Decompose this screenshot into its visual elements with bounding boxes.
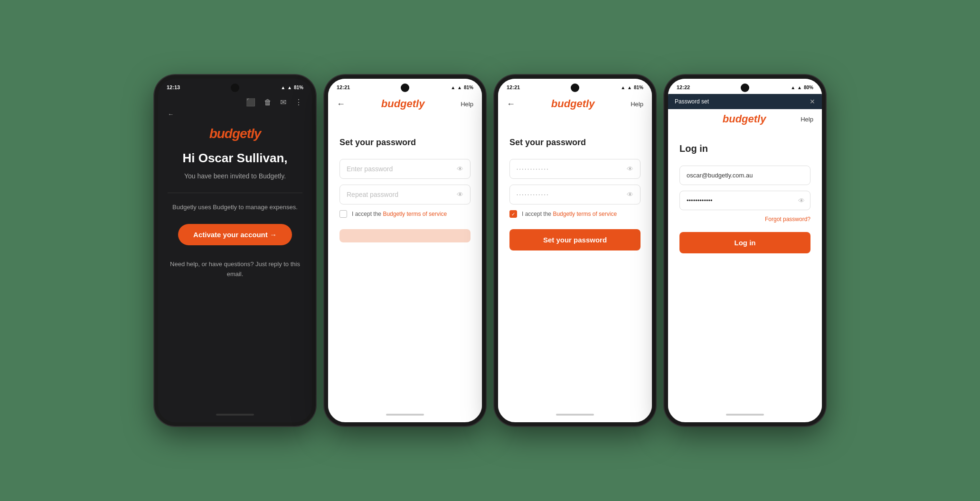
form-title-3: Set your password	[509, 138, 641, 148]
help-link-2[interactable]: Help	[461, 101, 473, 108]
save-icon[interactable]: ⬛	[246, 98, 255, 107]
status-icons-1: ▲ ▲ 81%	[281, 85, 303, 90]
signal-icon-3: ▲	[627, 85, 632, 90]
time-1: 12:13	[167, 84, 180, 90]
signal-icon-4: ▲	[797, 85, 802, 90]
help-text: Need help, or have questions? Just reply…	[168, 260, 302, 279]
eye-icon-2b[interactable]: 👁	[457, 191, 463, 198]
terms-link-3[interactable]: Budgetly terms of service	[553, 211, 617, 217]
logo-1: budgetly	[209, 126, 261, 141]
phone1-content: Hi Oscar Sullivan, You have been invited…	[168, 151, 302, 401]
eye-icon-2a[interactable]: 👁	[457, 165, 463, 173]
nav-bar-4: budgetly Help	[668, 109, 822, 129]
terms-link-2[interactable]: Budgetly terms of service	[383, 211, 447, 217]
login-title: Log in	[679, 143, 810, 154]
signal-icon-1: ▲	[287, 85, 292, 90]
home-bar-1	[158, 411, 312, 422]
password-dots-3: ············	[517, 167, 549, 172]
login-button[interactable]: Log in	[679, 232, 810, 253]
terms-text-3: I accept the Budgetly terms of service	[522, 211, 617, 217]
password-field-2[interactable]: Enter password 👁	[339, 159, 471, 179]
repeat-field-3[interactable]: ············ 👁	[509, 185, 641, 204]
set-password-btn-3[interactable]: Set your password	[509, 229, 641, 250]
wifi-icon-3: ▲	[621, 85, 625, 90]
battery-2: 81%	[464, 85, 473, 90]
logo-2: budgetly	[381, 98, 425, 110]
password-placeholder-2: Enter password	[347, 165, 393, 173]
forgot-link[interactable]: Forgot password?	[679, 216, 810, 223]
nav-bar-3: ← budgetly Help	[498, 94, 652, 114]
repeat-placeholder-2: Repeat password	[347, 191, 398, 198]
phone-camera-3	[571, 84, 579, 92]
logo-4: budgetly	[723, 113, 766, 125]
home-bar-4	[668, 411, 822, 422]
phone4-body: budgetly Help Log in 👁 Forgot password? …	[668, 109, 822, 411]
terms-row-3: ✓ I accept the Budgetly terms of service	[509, 210, 641, 218]
phone2-body: ← budgetly Help Set your password Enter …	[328, 94, 482, 411]
home-bar-3	[498, 411, 652, 422]
help-link-3[interactable]: Help	[631, 101, 643, 108]
repeat-dots-3: ············	[517, 192, 549, 197]
logo-3: budgetly	[551, 98, 595, 110]
back-arrow-2[interactable]: ←	[337, 99, 345, 109]
terms-row-2: I accept the Budgetly terms of service	[339, 210, 471, 218]
phone-1: 12:13 ▲ ▲ 81% ⬛ 🗑 ✉ ⋮ ← budgetly Hi Osca…	[154, 75, 316, 426]
wifi-icon-2: ▲	[451, 85, 455, 90]
home-bar-line-3	[556, 414, 594, 416]
eye-btn-4[interactable]: 👁	[798, 197, 805, 204]
form-area-3: Set your password ············ 👁 ·······…	[498, 114, 652, 411]
terms-checkbox-2[interactable]	[339, 210, 347, 218]
login-form-area: Log in 👁 Forgot password? Log in	[668, 129, 822, 411]
activate-button[interactable]: Activate your account →	[178, 224, 292, 245]
phone-camera-1	[231, 84, 239, 92]
greeting: Hi Oscar Sullivan,	[182, 151, 287, 166]
time-3: 12:21	[507, 84, 520, 90]
battery-4: 80%	[804, 85, 813, 90]
phone-4: 12:22 ▲ ▲ 80% Password set ✕ budgetly He…	[664, 75, 826, 426]
battery-3: 81%	[634, 85, 643, 90]
back-arrow-3[interactable]: ←	[507, 99, 515, 109]
phone-3: 12:21 ▲ ▲ 81% ← budgetly Help Set your p…	[494, 75, 656, 426]
terms-checkbox-3[interactable]: ✓	[509, 210, 517, 218]
time-4: 12:22	[677, 84, 690, 90]
phone1-body: ⬛ 🗑 ✉ ⋮ ← budgetly Hi Oscar Sullivan, Yo…	[158, 94, 312, 411]
repeat-field-2[interactable]: Repeat password 👁	[339, 185, 471, 204]
battery-1: 81%	[294, 85, 303, 90]
set-password-btn-2[interactable]	[339, 229, 471, 242]
email-input[interactable]	[679, 166, 810, 185]
body-text: Budgetly uses Budgetly to manage expense…	[172, 203, 298, 213]
home-bar-2	[328, 411, 482, 422]
more-icon[interactable]: ⋮	[295, 98, 302, 107]
home-bar-line-1	[216, 414, 254, 416]
divider	[168, 193, 302, 193]
terms-text-2: I accept the Budgetly terms of service	[352, 211, 447, 217]
phone-2: 12:21 ▲ ▲ 81% ← budgetly Help Set your p…	[324, 75, 486, 426]
home-bar-line-2	[386, 414, 424, 416]
password-field-3[interactable]: ············ 👁	[509, 159, 641, 179]
delete-icon[interactable]: 🗑	[264, 98, 272, 107]
wifi-icon-1: ▲	[281, 85, 285, 90]
notification-close[interactable]: ✕	[810, 98, 815, 105]
status-icons-3: ▲ ▲ 81%	[621, 85, 643, 90]
form-area-2: Set your password Enter password 👁 Repea…	[328, 114, 482, 411]
mail-icon[interactable]: ✉	[280, 98, 286, 107]
phone-camera-4	[741, 84, 749, 92]
signal-icon-2: ▲	[457, 85, 462, 90]
phone-camera-2	[401, 84, 409, 92]
eye-icon-3a[interactable]: 👁	[627, 165, 633, 173]
invite-text: You have been invited to Budgetly.	[184, 171, 286, 181]
password-input-row: 👁	[679, 191, 810, 210]
status-icons-4: ▲ ▲ 80%	[791, 85, 813, 90]
form-title-2: Set your password	[339, 138, 471, 148]
password-input[interactable]	[679, 191, 810, 210]
back-btn[interactable]: ←	[168, 111, 174, 118]
notification-text: Password set	[675, 98, 709, 105]
eye-icon-3b[interactable]: 👁	[627, 191, 633, 198]
notification-bar: Password set ✕	[668, 94, 822, 109]
phones-container: 12:13 ▲ ▲ 81% ⬛ 🗑 ✉ ⋮ ← budgetly Hi Osca…	[154, 75, 826, 426]
wifi-icon-4: ▲	[791, 85, 795, 90]
toolbar: ⬛ 🗑 ✉ ⋮	[168, 94, 302, 111]
nav-bar-2: ← budgetly Help	[328, 94, 482, 114]
help-link-4[interactable]: Help	[801, 116, 813, 123]
home-bar-line-4	[726, 414, 764, 416]
